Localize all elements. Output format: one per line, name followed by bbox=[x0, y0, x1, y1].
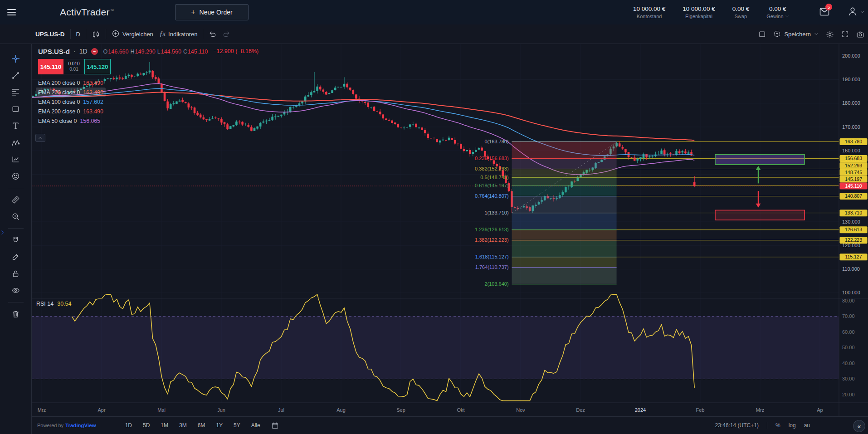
clock: 23:46:14 (UTC+1) bbox=[715, 422, 759, 429]
delayed-data-icon[interactable]: − bbox=[91, 48, 98, 55]
account-label: Eigenkapital bbox=[685, 14, 712, 19]
range-1M-button[interactable]: 1M bbox=[157, 420, 172, 430]
price-tick: 180.000 bbox=[842, 100, 860, 106]
chart-type-button[interactable] bbox=[92, 30, 100, 39]
tradingview-link[interactable]: TradingView bbox=[65, 423, 96, 428]
log-scale-button[interactable]: log bbox=[789, 422, 796, 429]
indicator-legend-row[interactable]: EMA 200 close 0163.490 bbox=[36, 107, 106, 116]
range-3M-button[interactable]: 3M bbox=[176, 420, 190, 430]
top-app-bar: ActivTrader™ + Neue Order 10 000.00 €Kon… bbox=[0, 0, 868, 24]
buy-button[interactable]: 145.120 bbox=[84, 59, 111, 74]
fib-level-label: 0.5(148.745) bbox=[480, 175, 508, 180]
indicator-legend: EMA 200 close 0163.490EMA 200 close 0163… bbox=[38, 78, 258, 126]
indicator-legend-row[interactable]: EMA 200 close 0163.490 bbox=[36, 88, 106, 97]
main-menu-icon[interactable] bbox=[4, 3, 22, 21]
fib-level-label: 1.382(122.223) bbox=[475, 237, 509, 243]
fib-retracement-drawing[interactable]: 0(163.780)0.236(156.683)0.382(152.293)0.… bbox=[475, 139, 617, 287]
supply-zone-box[interactable] bbox=[715, 155, 805, 165]
new-order-button[interactable]: + Neue Order bbox=[175, 4, 249, 20]
legend-interval[interactable]: 1D bbox=[79, 48, 88, 55]
symbol-button[interactable]: UPS.US-D bbox=[35, 31, 65, 38]
chart-toolbar: UPS.US-D D Vergleichen ƒx Indikatoren Sp… bbox=[0, 24, 868, 44]
redo-button[interactable] bbox=[222, 30, 230, 38]
go-to-date-button[interactable] bbox=[271, 422, 279, 429]
indicators-button[interactable]: ƒx Indikatoren bbox=[160, 30, 198, 38]
account-metric-kontostand: 10 000.00 €Kontostand bbox=[633, 5, 665, 19]
indicator-legend-row[interactable]: EMA 200 close 0163.490 bbox=[36, 78, 106, 88]
separator bbox=[767, 422, 767, 429]
scroll-to-start-button[interactable]: « bbox=[853, 420, 865, 432]
compare-button[interactable]: Vergleichen bbox=[112, 29, 153, 39]
account-value: 0.00 € bbox=[732, 5, 750, 12]
quick-trade-widget: 145.110 0.010 0.01 145.120 bbox=[38, 59, 258, 74]
auto-scale-button[interactable]: au bbox=[804, 422, 810, 429]
account-value: 10 000.00 € bbox=[683, 5, 715, 12]
fib-retracement-tool[interactable] bbox=[7, 84, 24, 101]
svg-text:115.127: 115.127 bbox=[845, 254, 862, 259]
user-menu-button[interactable] bbox=[847, 6, 865, 19]
app-logo: ActivTrader™ bbox=[60, 7, 114, 18]
svg-text:145.197: 145.197 bbox=[845, 176, 862, 182]
percent-scale-button[interactable]: % bbox=[775, 422, 780, 429]
price-tick: 200.000 bbox=[842, 53, 860, 59]
shapes-tool[interactable] bbox=[7, 101, 24, 117]
fib-level-label: 0.382(152.293) bbox=[475, 166, 509, 171]
forecast-tool[interactable] bbox=[7, 151, 24, 168]
save-layout-button[interactable]: Speichern bbox=[773, 30, 819, 39]
time-tick: Mrz bbox=[756, 407, 764, 413]
save-cloud-icon bbox=[773, 30, 781, 39]
layout-button[interactable] bbox=[758, 30, 766, 38]
emoji-tool[interactable] bbox=[7, 168, 24, 185]
time-tick: Okt bbox=[457, 407, 464, 413]
ohlc-key: L bbox=[157, 49, 161, 55]
legend-symbol[interactable]: UPS.US-d bbox=[38, 48, 70, 55]
account-summary: 10 000.00 €Kontostand10 000.00 €Eigenkap… bbox=[633, 0, 789, 24]
chevron-right-icon bbox=[0, 229, 5, 237]
draw-tool[interactable] bbox=[7, 249, 24, 265]
rsi-tick: 80.00 bbox=[842, 298, 855, 303]
interval-button[interactable]: D bbox=[76, 31, 80, 38]
svg-text:163.780: 163.780 bbox=[845, 139, 862, 144]
notifications-button[interactable]: 5 bbox=[819, 6, 833, 18]
trash-tool[interactable] bbox=[7, 306, 24, 322]
undo-button[interactable] bbox=[209, 30, 217, 38]
indicator-legend-row[interactable]: EMA 50 close 0156.065 bbox=[36, 116, 102, 126]
legend-separator: · bbox=[73, 48, 76, 55]
range-1Y-button[interactable]: 1Y bbox=[212, 420, 226, 430]
range-1D-button[interactable]: 1D bbox=[122, 420, 136, 430]
fib-level-label: 1.764(110.737) bbox=[475, 264, 509, 270]
price-tick: 170.000 bbox=[842, 124, 860, 130]
account-value: 10 000.00 € bbox=[633, 5, 665, 12]
range-5Y-button[interactable]: 5Y bbox=[230, 420, 244, 430]
ohlc-value: 145.110 bbox=[188, 49, 208, 55]
price-tick: 190.000 bbox=[842, 77, 860, 82]
crosshair-tool[interactable] bbox=[7, 50, 24, 67]
lock-tool[interactable] bbox=[7, 265, 24, 282]
range-Alle-button[interactable]: Alle bbox=[248, 420, 264, 430]
eye-tool[interactable] bbox=[7, 282, 24, 299]
range-6M-button[interactable]: 6M bbox=[194, 420, 209, 430]
time-tick: Jul bbox=[278, 407, 284, 413]
drawing-tools-sidebar bbox=[0, 44, 32, 434]
rsi-tick: 30.00 bbox=[842, 376, 855, 381]
legend-collapse-button[interactable] bbox=[35, 134, 45, 142]
screenshot-camera-icon[interactable] bbox=[856, 30, 864, 39]
zoom-in-tool[interactable] bbox=[7, 208, 24, 225]
rsi-legend: RSI 14 30.54 bbox=[36, 301, 72, 307]
indicator-legend-row[interactable]: EMA 100 close 0157.602 bbox=[36, 97, 106, 107]
text-tool[interactable] bbox=[7, 117, 24, 134]
account-metric-gewinn[interactable]: 0.00 €Gewinn bbox=[766, 5, 789, 19]
settings-gear-icon[interactable] bbox=[826, 30, 834, 39]
fib-level-label: 0.618(145.197) bbox=[475, 183, 509, 188]
svg-text:133.710: 133.710 bbox=[845, 210, 862, 215]
notification-badge: 5 bbox=[825, 4, 832, 10]
watchlist-expand-chevron[interactable] bbox=[0, 227, 5, 239]
measure-tool[interactable] bbox=[7, 191, 24, 208]
xabcd-pattern-tool[interactable] bbox=[7, 134, 24, 151]
magnet-tool[interactable] bbox=[7, 232, 24, 249]
sell-button[interactable]: 145.110 bbox=[38, 59, 63, 74]
fullscreen-icon[interactable] bbox=[841, 30, 849, 38]
demand-zone-box[interactable] bbox=[715, 210, 805, 220]
trend-line-tool[interactable] bbox=[7, 67, 24, 84]
range-5D-button[interactable]: 5D bbox=[139, 420, 153, 430]
